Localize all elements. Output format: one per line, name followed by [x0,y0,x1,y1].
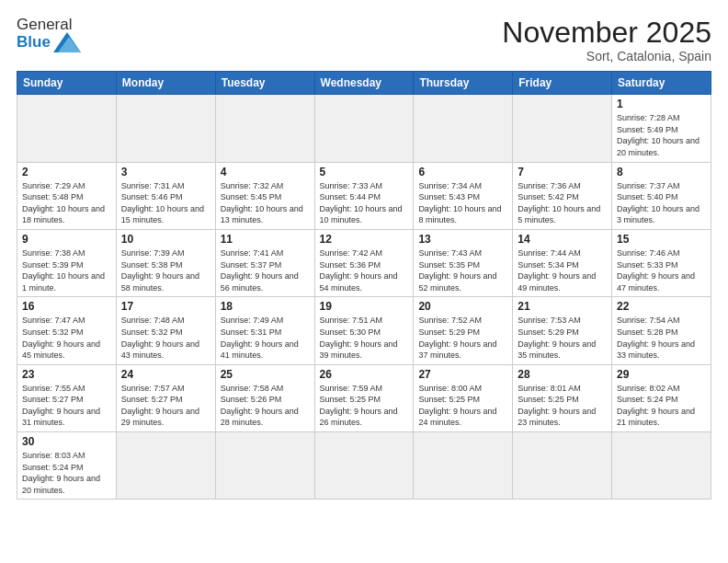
day-info: Sunrise: 7:39 AM Sunset: 5:38 PM Dayligh… [121,247,210,293]
calendar-cell: 17Sunrise: 7:48 AM Sunset: 5:32 PM Dayli… [116,297,215,364]
calendar: Sunday Monday Tuesday Wednesday Thursday… [17,71,711,500]
calendar-cell [513,95,612,162]
day-info: Sunrise: 7:46 AM Sunset: 5:33 PM Dayligh… [617,247,706,293]
calendar-cell: 2Sunrise: 7:29 AM Sunset: 5:48 PM Daylig… [17,162,117,229]
calendar-cell [612,432,711,500]
calendar-cell: 5Sunrise: 7:33 AM Sunset: 5:44 PM Daylig… [314,162,414,229]
calendar-cell: 13Sunrise: 7:43 AM Sunset: 5:35 PM Dayli… [414,229,513,296]
day-info: Sunrise: 7:57 AM Sunset: 5:27 PM Dayligh… [121,383,210,429]
calendar-cell: 11Sunrise: 7:41 AM Sunset: 5:37 PM Dayli… [215,229,314,296]
header: General Blue November 2025 Sort, Catalon… [17,17,711,63]
day-number: 8 [617,166,706,178]
calendar-cell: 25Sunrise: 7:58 AM Sunset: 5:26 PM Dayli… [215,364,314,431]
day-info: Sunrise: 7:59 AM Sunset: 5:25 PM Dayligh… [320,383,409,429]
calendar-cell: 1Sunrise: 7:28 AM Sunset: 5:49 PM Daylig… [612,95,711,162]
calendar-cell: 22Sunrise: 7:54 AM Sunset: 5:28 PM Dayli… [612,297,711,364]
day-info: Sunrise: 7:32 AM Sunset: 5:45 PM Dayligh… [221,180,310,226]
logo-blue-text: Blue [17,33,51,52]
day-number: 5 [320,166,409,178]
day-number: 19 [320,300,409,313]
col-wednesday: Wednesday [314,72,414,95]
calendar-cell [414,95,513,162]
day-number: 10 [121,233,210,246]
day-info: Sunrise: 7:43 AM Sunset: 5:35 PM Dayligh… [418,247,507,293]
day-number: 17 [121,300,210,313]
day-number: 14 [518,233,607,246]
calendar-cell [513,432,612,500]
calendar-cell: 4Sunrise: 7:32 AM Sunset: 5:45 PM Daylig… [215,162,314,229]
day-number: 7 [518,166,607,178]
calendar-cell: 21Sunrise: 7:53 AM Sunset: 5:29 PM Dayli… [513,297,612,364]
day-number: 3 [121,166,210,178]
day-number: 12 [320,233,409,246]
calendar-cell [17,95,117,162]
col-monday: Monday [116,72,215,95]
calendar-cell: 15Sunrise: 7:46 AM Sunset: 5:33 PM Dayli… [612,229,711,296]
calendar-cell [116,95,215,162]
calendar-cell [314,432,414,500]
day-info: Sunrise: 7:36 AM Sunset: 5:42 PM Dayligh… [518,180,607,226]
calendar-cell: 7Sunrise: 7:36 AM Sunset: 5:42 PM Daylig… [513,162,612,229]
day-number: 29 [617,368,706,381]
day-info: Sunrise: 7:51 AM Sunset: 5:30 PM Dayligh… [320,315,409,361]
day-number: 9 [22,233,111,246]
month-title: November 2025 [502,17,711,49]
col-sunday: Sunday [17,72,117,95]
calendar-cell [215,432,314,500]
day-info: Sunrise: 7:49 AM Sunset: 5:31 PM Dayligh… [221,315,310,361]
day-info: Sunrise: 7:53 AM Sunset: 5:29 PM Dayligh… [518,315,607,361]
day-info: Sunrise: 7:28 AM Sunset: 5:49 PM Dayligh… [617,112,706,158]
calendar-cell: 28Sunrise: 8:01 AM Sunset: 5:25 PM Dayli… [513,364,612,431]
logo-icon [53,32,81,52]
day-info: Sunrise: 8:00 AM Sunset: 5:25 PM Dayligh… [418,383,507,429]
day-number: 24 [121,368,210,381]
day-info: Sunrise: 7:38 AM Sunset: 5:39 PM Dayligh… [22,247,111,293]
day-number: 2 [22,166,111,178]
day-number: 16 [22,300,111,313]
logo: General Blue [17,17,81,52]
calendar-cell [215,95,314,162]
day-number: 26 [320,368,409,381]
calendar-cell: 29Sunrise: 8:02 AM Sunset: 5:24 PM Dayli… [612,364,711,431]
calendar-cell: 24Sunrise: 7:57 AM Sunset: 5:27 PM Dayli… [116,364,215,431]
col-thursday: Thursday [414,72,513,95]
day-info: Sunrise: 7:44 AM Sunset: 5:34 PM Dayligh… [518,247,607,293]
day-info: Sunrise: 7:48 AM Sunset: 5:32 PM Dayligh… [121,315,210,361]
calendar-cell [116,432,215,500]
day-number: 18 [221,300,310,313]
page: General Blue November 2025 Sort, Catalon… [0,0,728,563]
day-number: 22 [617,300,706,313]
day-number: 23 [22,368,111,381]
calendar-cell [314,95,414,162]
day-info: Sunrise: 7:33 AM Sunset: 5:44 PM Dayligh… [320,180,409,226]
day-info: Sunrise: 7:55 AM Sunset: 5:27 PM Dayligh… [22,383,111,429]
day-number: 27 [418,368,507,381]
calendar-cell: 10Sunrise: 7:39 AM Sunset: 5:38 PM Dayli… [116,229,215,296]
day-info: Sunrise: 7:37 AM Sunset: 5:40 PM Dayligh… [617,180,706,226]
day-info: Sunrise: 7:29 AM Sunset: 5:48 PM Dayligh… [22,180,111,226]
day-info: Sunrise: 8:02 AM Sunset: 5:24 PM Dayligh… [617,383,706,429]
calendar-cell: 6Sunrise: 7:34 AM Sunset: 5:43 PM Daylig… [414,162,513,229]
day-number: 11 [221,233,310,246]
calendar-cell: 3Sunrise: 7:31 AM Sunset: 5:46 PM Daylig… [116,162,215,229]
day-info: Sunrise: 7:52 AM Sunset: 5:29 PM Dayligh… [418,315,507,361]
day-number: 6 [418,166,507,178]
calendar-cell: 23Sunrise: 7:55 AM Sunset: 5:27 PM Dayli… [17,364,117,431]
day-number: 20 [418,300,507,313]
day-info: Sunrise: 8:01 AM Sunset: 5:25 PM Dayligh… [518,383,607,429]
day-info: Sunrise: 8:03 AM Sunset: 5:24 PM Dayligh… [22,450,111,496]
day-info: Sunrise: 7:42 AM Sunset: 5:36 PM Dayligh… [320,247,409,293]
day-number: 21 [518,300,607,313]
calendar-header-row: Sunday Monday Tuesday Wednesday Thursday… [17,72,711,95]
col-saturday: Saturday [612,72,711,95]
calendar-cell: 16Sunrise: 7:47 AM Sunset: 5:32 PM Dayli… [17,297,117,364]
calendar-cell: 27Sunrise: 8:00 AM Sunset: 5:25 PM Dayli… [414,364,513,431]
calendar-cell: 8Sunrise: 7:37 AM Sunset: 5:40 PM Daylig… [612,162,711,229]
day-info: Sunrise: 7:34 AM Sunset: 5:43 PM Dayligh… [418,180,507,226]
day-info: Sunrise: 7:47 AM Sunset: 5:32 PM Dayligh… [22,315,111,361]
day-info: Sunrise: 7:54 AM Sunset: 5:28 PM Dayligh… [617,315,706,361]
day-number: 30 [22,435,111,448]
col-tuesday: Tuesday [215,72,314,95]
day-number: 13 [418,233,507,246]
calendar-cell: 30Sunrise: 8:03 AM Sunset: 5:24 PM Dayli… [17,432,117,500]
